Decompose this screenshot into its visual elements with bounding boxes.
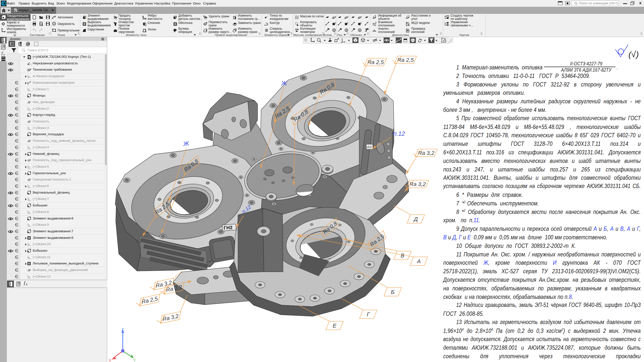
svg-text:Ж: Ж: [182, 140, 190, 147]
svg-text:А: А: [417, 258, 421, 264]
svg-text:В: В: [401, 252, 405, 259]
svg-text:Ж: Ж: [281, 80, 288, 87]
svg-text:п.12: п.12: [241, 204, 252, 214]
svg-text:Ra 2,5: Ra 2,5: [397, 57, 414, 63]
svg-text:Ra 3,2: Ra 3,2: [410, 181, 426, 187]
svg-text:Г: Г: [367, 311, 370, 318]
svg-text:Д: Д: [413, 216, 418, 222]
svg-text:Б: Б: [391, 289, 394, 295]
svg-text:п.12: п.12: [393, 130, 405, 137]
svg-text:Z: Z: [122, 327, 124, 332]
svg-text:Ra 2,5: Ra 2,5: [368, 59, 384, 65]
svg-text:Y: Y: [133, 358, 136, 362]
svg-text:Ra 3,2: Ra 3,2: [418, 150, 434, 156]
svg-text:X: X: [109, 358, 111, 362]
svg-text:Е: Е: [333, 323, 337, 329]
